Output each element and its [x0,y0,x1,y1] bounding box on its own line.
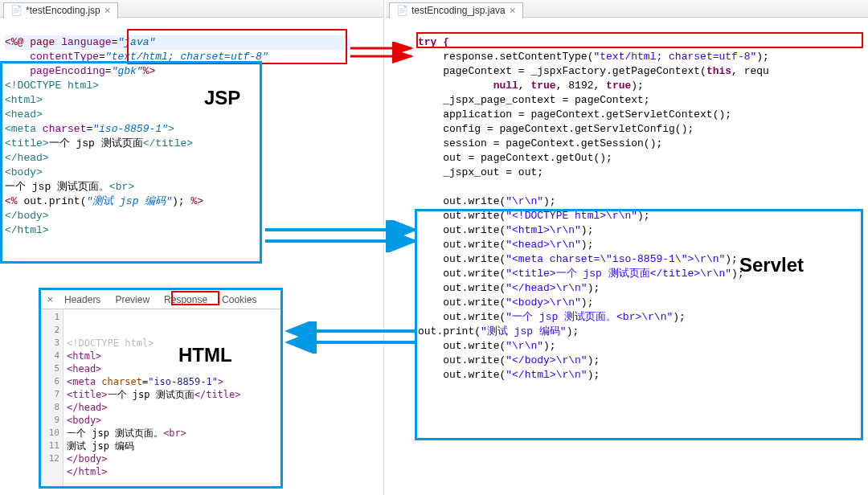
java-write-body: "<body>\r\n" [506,297,581,309]
dev-html-close: </html> [67,466,108,477]
jsp-scriptlet-close: %> [190,195,203,207]
java-write-bodyc: "</body>\r\n" [506,354,587,366]
java-l7: session = pageContext.getSession(); [443,137,662,149]
jsp-scriptlet-open: <% [5,195,18,207]
java-l5: application = pageContext.getServletCont… [443,108,731,121]
jsp-html-open: <html> [5,94,43,106]
jsp-scriptlet-end: ); [172,195,185,207]
jsp-enc-attr: pageEncoding [30,65,105,77]
java-l4: _jspx_page_context = pageContext; [443,94,649,106]
file-icon: 📄 [10,5,23,16]
close-icon[interactable]: ✕ [509,6,516,16]
devtools-tab-preview[interactable]: Preview [108,292,156,307]
jsp-head-open: <head> [5,108,43,121]
java-print-str: "测试 jsp 编码" [481,325,567,338]
java-l2c: , requ [731,65,769,77]
devtools-tabs: × Headers Preview Response Cookies [41,290,280,309]
right-editor-pane: 📄 testEncoding_jsp.java ✕ try { response… [386,0,868,495]
jsp-meta-open: <meta [5,123,36,135]
jsp-directive-close: %> [143,65,156,77]
java-write-rn: "\r\n" [506,195,543,207]
jsp-title-close: </title> [143,137,193,149]
tab-label: testEncoding_jsp.java [411,5,506,16]
jsp-body-text: 一个 jsp 测试页面。 [5,181,109,193]
jsp-meta-attr: charset [43,123,87,135]
devtools-tab-headers[interactable]: Headers [58,292,107,307]
close-icon[interactable]: ✕ [104,6,111,16]
jsp-title-open: <title> [5,137,49,149]
jsp-html-close: </html> [5,224,49,236]
jsp-enc-val: "gbk" [112,65,143,77]
java-write-doctype: "<!DOCTYPE html>\r\n" [506,210,637,222]
java-l6: config = pageContext.getServletConfig(); [443,123,694,135]
file-icon: 📄 [396,5,408,16]
java-this: this [706,65,731,77]
java-true2: true [606,80,631,92]
java-write-html: "<html>\r\n" [506,224,581,236]
close-icon[interactable]: × [44,292,56,307]
left-tab-bar: 📄 *testEncoding.jsp ✕ [0,0,383,18]
jsp-lang-attr: language [61,36,111,48]
tab-label: *testEncoding.jsp [26,5,100,16]
java-code-area[interactable]: try { response.setContentType("text/html… [386,18,868,386]
jsp-body-close: </body> [5,210,49,222]
devtools-tab-response[interactable]: Response [158,292,214,307]
dev-body-open: <body> [67,415,101,426]
jsp-doctype: <!DOCTYPE html> [5,80,99,92]
devtools-gutter: 1 2 3 4 5 6 7 8 9 10 11 12 [41,309,63,488]
java-write-head: "<head>\r\n" [506,239,581,251]
java-try: try { [418,36,449,48]
java-setcontenttype: response.setContentType( [443,51,593,63]
java-setcontenttype-str: "text/html; charset=utf-8" [593,51,756,63]
dev-body-close: </body> [67,453,108,464]
jsp-scriptlet: out.print( [23,195,86,207]
jsp-ct-val: "text/html; charset=utf-8" [105,51,268,63]
java-write-htmlc: "</html>\r\n" [506,369,587,381]
jsp-directive-open: <%@ [5,36,23,48]
jsp-body-open: <body> [5,166,43,178]
java-write-bodytxt: "一个 jsp 测试页面。<br>\r\n" [506,311,673,323]
jsp-page-kw: page [30,36,55,48]
jsp-title-text: 一个 jsp 测试页面 [49,137,143,149]
jsp-meta-close: > [168,123,174,135]
tab-java-file[interactable]: 📄 testEncoding_jsp.java ✕ [389,2,523,18]
dev-head-open: <head> [67,363,101,374]
devtools-panel: × Headers Preview Response Cookies 1 2 3… [40,289,281,489]
java-pagectx: pageContext = _jspxFactory.getPageContex… [443,65,706,77]
java-write-rn2: "\r\n" [506,340,543,352]
jsp-lang-val: "java" [117,36,155,48]
java-null: null [493,80,518,92]
jsp-scriptlet-str: "测试 jsp 编码" [86,195,172,207]
right-tab-bar: 📄 testEncoding_jsp.java ✕ [386,0,868,18]
java-true1: true [530,80,555,92]
dev-doctype: <!DOCTYPE html> [67,338,154,349]
java-close: ); [756,51,769,63]
dev-html-open: <html> [67,350,101,362]
label-html: HTML [178,344,232,366]
jsp-head-close: </head> [5,152,49,164]
jsp-ct-attr: contentType [30,51,99,63]
java-write-headc: "</head>\r\n" [506,282,587,294]
jsp-meta-val: "iso-8859-1" [92,123,168,135]
java-write-meta: "<meta charset=\"iso-8859-1\">\r\n" [506,253,725,265]
devtools-tab-cookies[interactable]: Cookies [215,292,263,307]
java-write-title: "<title>一个 jsp 测试页面</title>\r\n" [506,268,731,280]
jsp-code-area[interactable]: <%@ page language="java" contentType="te… [0,18,383,241]
tab-jsp-file[interactable]: 📄 *testEncoding.jsp ✕ [3,2,118,18]
dev-text-encoding: 测试 jsp 编码 [67,440,134,452]
dev-head-close: </head> [67,402,108,413]
devtools-code[interactable]: <!DOCTYPE html> <html> <head> <meta char… [67,311,241,478]
label-servlet: Servlet [739,254,804,276]
java-l8: out = pageContext.getOut(); [443,152,612,164]
java-l9: _jspx_out = out; [443,166,543,178]
jsp-br: <br> [109,181,134,193]
label-jsp: JSP [204,87,240,109]
